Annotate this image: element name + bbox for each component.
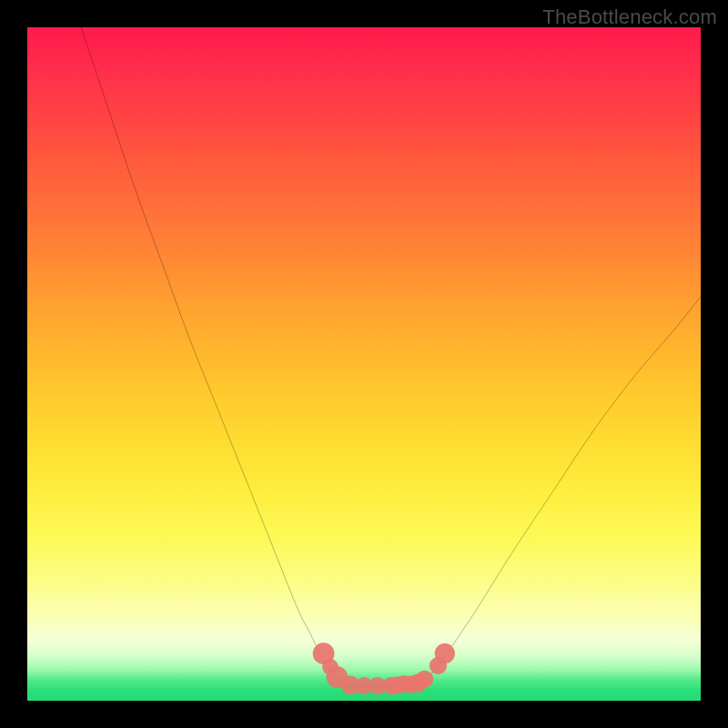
attribution-text: TheBottleneck.com — [542, 5, 717, 29]
marker-dot — [435, 643, 455, 663]
marker-dot — [416, 671, 433, 688]
curve-group — [81, 27, 701, 688]
outer-frame: TheBottleneck.com — [0, 0, 728, 728]
marker-cluster — [313, 642, 455, 694]
chart-svg — [27, 27, 701, 701]
plot-area — [27, 27, 701, 701]
bottleneck-curve — [81, 27, 701, 688]
